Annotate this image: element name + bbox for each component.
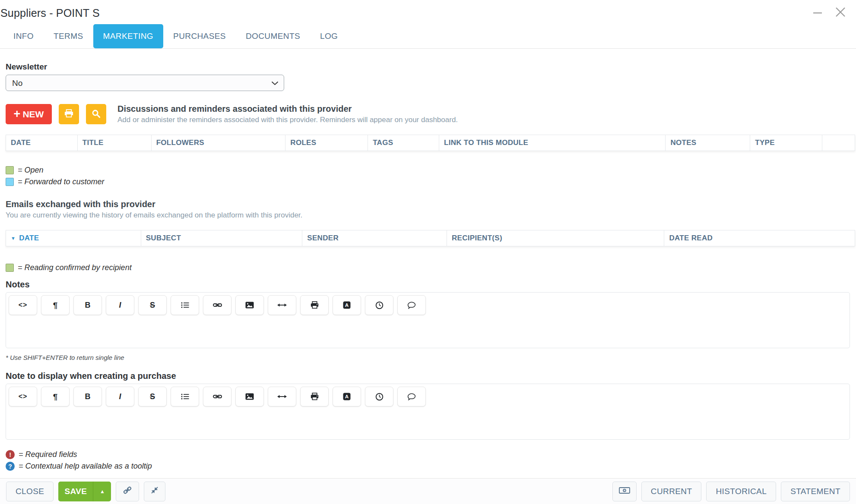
column-header-empty[interactable] bbox=[822, 135, 855, 151]
font-style-button[interactable]: A bbox=[333, 295, 361, 315]
column-header-roles[interactable]: ROLES bbox=[285, 135, 368, 151]
font-style-icon: A bbox=[343, 393, 351, 400]
print-discussions-button[interactable] bbox=[59, 104, 79, 124]
close-icon bbox=[834, 13, 846, 19]
newsletter-select[interactable]: No bbox=[6, 75, 284, 91]
print-button[interactable] bbox=[300, 295, 329, 315]
forwarded-status-swatch bbox=[6, 178, 14, 186]
emails-table-header: ▼DATESUBJECTSENDERRECIPIENT(S)DATE READ bbox=[6, 230, 855, 246]
notes-label: Notes bbox=[6, 280, 856, 290]
legend-label: = Contextual help available as a tooltip bbox=[19, 462, 152, 471]
image-button[interactable] bbox=[235, 387, 264, 406]
required-field-icon: ! bbox=[6, 450, 15, 459]
tab-log[interactable]: LOG bbox=[310, 24, 348, 48]
svg-text:0: 0 bbox=[624, 488, 625, 491]
link-button[interactable] bbox=[203, 387, 231, 406]
save-options-button[interactable]: ▲ bbox=[93, 482, 111, 501]
close-button[interactable] bbox=[833, 4, 848, 20]
footer-bar: CLOSE SAVE ▲ 0 CURRENTHISTORICALSTATEMEN… bbox=[0, 478, 856, 504]
column-header-date-read[interactable]: DATE READ bbox=[664, 230, 855, 246]
line-width-button[interactable] bbox=[268, 295, 296, 315]
column-header-title[interactable]: TITLE bbox=[78, 135, 152, 151]
shift-enter-hint: * Use SHIFT+ENTER to return single line bbox=[6, 354, 856, 361]
unordered-list-button[interactable] bbox=[171, 295, 199, 315]
column-header-link-to-this-module[interactable]: LINK TO THIS MODULE bbox=[439, 135, 666, 151]
italic-button[interactable]: I bbox=[106, 387, 134, 406]
time-icon bbox=[375, 301, 384, 309]
strikethrough-button[interactable]: S bbox=[138, 387, 167, 406]
column-header-label: DATE bbox=[11, 139, 31, 147]
strikethrough-icon: S bbox=[150, 393, 155, 400]
column-header-tags[interactable]: TAGS bbox=[368, 135, 439, 151]
column-header-followers[interactable]: FOLLOWERS bbox=[152, 135, 286, 151]
column-header-subject[interactable]: SUBJECT bbox=[141, 230, 303, 246]
strikethrough-button[interactable]: S bbox=[138, 295, 167, 315]
tab-documents[interactable]: DOCUMENTS bbox=[236, 24, 310, 48]
column-header-date[interactable]: DATE bbox=[6, 135, 78, 151]
unordered-list-icon bbox=[181, 302, 189, 309]
column-header-label: FOLLOWERS bbox=[156, 139, 204, 147]
minimize-button[interactable] bbox=[810, 5, 825, 19]
legend-item: ?= Contextual help available as a toolti… bbox=[6, 460, 856, 472]
time-button[interactable] bbox=[365, 295, 393, 315]
statement-button[interactable]: STATEMENT bbox=[781, 482, 850, 501]
code-icon: <> bbox=[19, 302, 28, 309]
column-header-label: ROLES bbox=[290, 139, 316, 147]
italic-button[interactable]: I bbox=[106, 295, 134, 315]
payment-button[interactable]: 0 bbox=[612, 482, 637, 501]
time-button[interactable] bbox=[365, 387, 393, 406]
font-style-button[interactable]: A bbox=[333, 387, 361, 406]
code-button[interactable]: <> bbox=[9, 295, 37, 315]
column-header-label: LINK TO THIS MODULE bbox=[444, 139, 528, 147]
purchase-note-editor-input[interactable] bbox=[6, 408, 850, 439]
line-width-button[interactable] bbox=[268, 387, 296, 406]
column-header-sender[interactable]: SENDER bbox=[302, 230, 447, 246]
copy-link-button[interactable] bbox=[116, 482, 139, 501]
column-header-label: TITLE bbox=[82, 139, 104, 147]
column-header-label: DATE bbox=[19, 234, 39, 243]
paragraph-button[interactable]: ¶ bbox=[41, 387, 70, 406]
comment-icon bbox=[407, 393, 416, 400]
font-style-icon: A bbox=[343, 301, 351, 309]
bold-button[interactable]: B bbox=[73, 387, 102, 406]
code-button[interactable]: <> bbox=[9, 387, 37, 406]
print-button[interactable] bbox=[300, 387, 329, 406]
close-window-button[interactable]: CLOSE bbox=[6, 482, 54, 501]
current-button[interactable]: CURRENT bbox=[641, 482, 702, 501]
comment-button[interactable] bbox=[397, 295, 426, 315]
discussions-legend: = Open= Forwarded to customer bbox=[6, 164, 856, 188]
column-header-notes[interactable]: NOTES bbox=[666, 135, 750, 151]
open-status-swatch bbox=[6, 166, 14, 174]
tab-info[interactable]: INFO bbox=[3, 24, 44, 48]
legend-item: = Open bbox=[6, 164, 856, 176]
paragraph-button[interactable]: ¶ bbox=[41, 295, 70, 315]
tab-marketing[interactable]: MARKETING bbox=[93, 24, 164, 48]
column-header-type[interactable]: TYPE bbox=[750, 135, 822, 151]
column-header-label: NOTES bbox=[670, 139, 696, 147]
purchase-note-editor: <>¶BISA bbox=[6, 384, 850, 440]
notes-editor-input[interactable] bbox=[6, 317, 850, 348]
link-button[interactable] bbox=[203, 295, 231, 315]
column-header-date[interactable]: ▼DATE bbox=[6, 230, 141, 246]
tab-terms[interactable]: TERMS bbox=[44, 24, 93, 48]
image-icon bbox=[245, 302, 254, 309]
bold-button[interactable]: B bbox=[73, 295, 102, 315]
unordered-list-button[interactable] bbox=[171, 387, 199, 406]
historical-button[interactable]: HISTORICAL bbox=[706, 482, 776, 501]
new-discussion-button[interactable]: + NEW bbox=[6, 104, 52, 124]
time-icon bbox=[375, 393, 384, 401]
newsletter-select-wrap: No bbox=[6, 75, 284, 91]
search-discussions-button[interactable] bbox=[86, 104, 106, 124]
collapse-window-button[interactable] bbox=[144, 482, 165, 501]
tab-purchases[interactable]: PURCHASES bbox=[163, 24, 236, 48]
discussions-table-header: DATETITLEFOLLOWERSROLESTAGSLINK TO THIS … bbox=[6, 135, 855, 151]
column-header-recipient-s[interactable]: RECIPIENT(S) bbox=[447, 230, 664, 246]
comment-button[interactable] bbox=[397, 387, 426, 406]
legend-label: = Open bbox=[18, 166, 44, 175]
save-button[interactable]: SAVE bbox=[58, 482, 93, 501]
contextual-help-icon: ? bbox=[6, 462, 15, 471]
link-icon bbox=[213, 393, 222, 400]
print-icon bbox=[311, 393, 319, 400]
image-button[interactable] bbox=[235, 295, 264, 315]
svg-text:A: A bbox=[345, 394, 349, 399]
